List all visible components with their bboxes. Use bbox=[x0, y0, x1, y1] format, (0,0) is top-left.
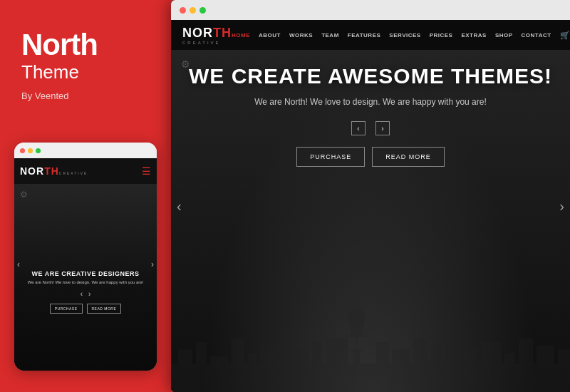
mobile-prev-arrow[interactable]: ‹ bbox=[17, 259, 20, 269]
mobile-nav: NORTH CREATIVE ☰ bbox=[14, 158, 157, 184]
svg-rect-9 bbox=[312, 342, 322, 392]
desktop-nav: NORTH CREATIVE HOME ABOUT WORKS TEAM FEA… bbox=[171, 20, 570, 50]
mobile-content: NORTH CREATIVE ☰ ⚙ ‹ › WE ARE CREATIVE D… bbox=[14, 158, 157, 371]
cityscape-svg bbox=[171, 306, 570, 392]
svg-rect-8 bbox=[294, 349, 309, 392]
svg-rect-16 bbox=[413, 339, 428, 392]
svg-rect-21 bbox=[504, 353, 515, 392]
desktop-hero-heading: WE CREATE AWESOME THEMES! bbox=[171, 64, 570, 88]
cart-icon[interactable]: 🛒 bbox=[560, 31, 570, 40]
nav-link-contact[interactable]: CONTACT bbox=[522, 32, 551, 38]
mobile-logo: NORTH CREATIVE bbox=[20, 165, 88, 177]
svg-rect-6 bbox=[260, 346, 276, 392]
mobile-mockup: NORTH CREATIVE ☰ ⚙ ‹ › WE ARE CREATIVE D… bbox=[14, 143, 157, 371]
theme-subtitle: Theme bbox=[21, 61, 150, 83]
theme-title: North bbox=[21, 29, 150, 61]
mobile-buttons: PURCHASE READ MORE bbox=[14, 304, 157, 314]
desktop-slide-next[interactable]: › bbox=[375, 121, 390, 135]
mobile-hero-sub: We are North! We love to design. We are … bbox=[14, 280, 157, 284]
svg-rect-19 bbox=[465, 349, 477, 392]
desktop-content: NORTH CREATIVE HOME ABOUT WORKS TEAM FEA… bbox=[171, 20, 570, 392]
nav-link-extras[interactable]: EXTRAS bbox=[461, 32, 486, 38]
svg-rect-15 bbox=[392, 349, 410, 392]
desktop-hero-sub: We are North! We love to design. We are … bbox=[171, 97, 570, 107]
svg-rect-23 bbox=[537, 346, 554, 392]
mobile-logo-creative: CREATIVE bbox=[59, 171, 88, 175]
mobile-read-more-button[interactable]: READ MORE bbox=[87, 304, 122, 314]
nav-link-features[interactable]: FEATURES bbox=[348, 32, 381, 38]
svg-rect-7 bbox=[279, 335, 291, 392]
desktop-browser-bar bbox=[171, 0, 570, 20]
svg-rect-1 bbox=[178, 349, 192, 392]
svg-rect-22 bbox=[519, 339, 533, 392]
mobile-purchase-button[interactable]: PURCHASE bbox=[50, 304, 83, 314]
desktop-hero-buttons: PURCHASE READ MORE bbox=[171, 147, 570, 167]
desktop-mockup: NORTH CREATIVE HOME ABOUT WORKS TEAM FEA… bbox=[171, 0, 570, 392]
svg-rect-12 bbox=[346, 335, 367, 337]
svg-rect-17 bbox=[431, 346, 442, 392]
mobile-slide-next[interactable]: › bbox=[88, 290, 90, 298]
svg-rect-14 bbox=[376, 342, 389, 392]
desktop-hero-content: WE CREATE AWESOME THEMES! We are North! … bbox=[171, 64, 570, 167]
mobile-logo-th: TH bbox=[44, 165, 59, 177]
mobile-hero-text: WE ARE CREATIVE DESIGNERS We are North! … bbox=[14, 270, 157, 314]
nav-link-prices[interactable]: PRICES bbox=[430, 32, 453, 38]
desktop-slide-prev[interactable]: ‹ bbox=[351, 121, 366, 135]
hamburger-icon[interactable]: ☰ bbox=[142, 165, 151, 177]
nav-link-works[interactable]: WORKS bbox=[289, 32, 313, 38]
desktop-logo-nor: NOR bbox=[182, 26, 213, 41]
desktop-prev-arrow[interactable]: ‹ bbox=[177, 198, 182, 215]
desktop-dot-green bbox=[200, 7, 206, 14]
svg-rect-20 bbox=[481, 342, 501, 392]
desktop-next-arrow[interactable]: › bbox=[559, 198, 564, 215]
svg-rect-18 bbox=[445, 335, 461, 392]
mobile-slide-arrows: ‹ › bbox=[14, 290, 157, 298]
desktop-dot-red bbox=[180, 7, 186, 14]
nav-link-home[interactable]: HOME bbox=[232, 32, 250, 38]
left-panel: North Theme By Veented NORTH CREATIVE ☰ … bbox=[0, 0, 171, 392]
desktop-dot-yellow bbox=[190, 7, 196, 14]
mobile-background bbox=[14, 158, 157, 371]
nav-link-shop[interactable]: SHOP bbox=[495, 32, 513, 38]
mobile-next-arrow[interactable]: › bbox=[151, 259, 154, 269]
desktop-nav-links: HOME ABOUT WORKS TEAM FEATURES SERVICES … bbox=[232, 31, 570, 40]
nav-link-services[interactable]: SERVICES bbox=[389, 32, 420, 38]
mobile-gear-icon[interactable]: ⚙ bbox=[20, 190, 31, 201]
mobile-dot-yellow bbox=[28, 148, 33, 153]
desktop-logo-th: TH bbox=[213, 26, 232, 41]
svg-rect-2 bbox=[196, 342, 207, 392]
mobile-slide-prev[interactable]: ‹ bbox=[81, 290, 83, 298]
desktop-purchase-button[interactable]: PURCHASE bbox=[296, 147, 365, 167]
svg-rect-10 bbox=[326, 339, 348, 392]
svg-rect-4 bbox=[232, 339, 244, 392]
svg-rect-13 bbox=[349, 349, 363, 351]
nav-link-team[interactable]: TEAM bbox=[321, 32, 339, 38]
svg-rect-5 bbox=[248, 353, 256, 392]
mobile-dot-green bbox=[36, 148, 41, 153]
theme-by: By Veented bbox=[21, 91, 150, 101]
svg-rect-3 bbox=[210, 356, 228, 392]
mobile-logo-nor: NOR bbox=[20, 165, 44, 177]
desktop-logo-creative: CREATIVE bbox=[182, 41, 232, 45]
mobile-browser-bar bbox=[14, 143, 157, 158]
mobile-dot-red bbox=[20, 148, 25, 153]
mobile-hero-heading: WE ARE CREATIVE DESIGNERS bbox=[14, 270, 157, 277]
desktop-slide-arrows: ‹ › bbox=[171, 121, 570, 135]
nav-link-about[interactable]: ABOUT bbox=[259, 32, 281, 38]
desktop-logo: NORTH CREATIVE bbox=[182, 26, 232, 45]
svg-rect-24 bbox=[558, 349, 570, 392]
desktop-read-more-button[interactable]: READ MORE bbox=[372, 147, 445, 167]
